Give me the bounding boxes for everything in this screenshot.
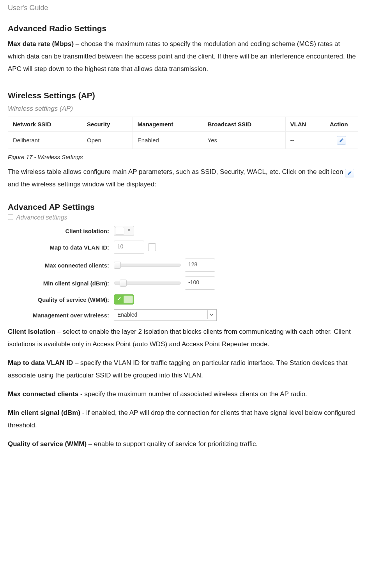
th-broadcast: Broadcast SSID — [203, 117, 285, 132]
th-vlan: VLAN — [285, 117, 325, 132]
select-value: Enabled — [117, 312, 137, 318]
cell-broadcast: Yes — [203, 132, 285, 149]
pencil-icon — [347, 171, 352, 175]
slider-min-signal[interactable] — [114, 282, 181, 285]
def-min-signal: Min client signal (dBm) - if enabled, th… — [8, 407, 358, 432]
section-title-wireless-settings: Wireless Settings (AP) — [8, 91, 358, 100]
term-max-data-rate: Max data rate (Mbps) — [8, 40, 74, 48]
term: Max connected clients — [8, 390, 78, 398]
th-ssid: Network SSID — [8, 117, 82, 132]
cell-management: Enabled — [133, 132, 203, 149]
label-qos: Quality of service (WMM): — [8, 296, 114, 303]
advanced-settings-panel: Advanced settings Client isolation: Map … — [8, 214, 226, 321]
checkbox-vlan-enable[interactable] — [148, 243, 156, 251]
text: The wireless table allows configure main… — [8, 168, 345, 175]
term: Quality of service (WMM) — [8, 440, 87, 448]
def-vlan-id: Map to data VLAN ID – specify the VLAN I… — [8, 357, 358, 382]
panel-label-advanced: Advanced settings — [8, 214, 226, 221]
input-vlan-id[interactable]: 10 — [114, 241, 144, 254]
section-title-advanced-radio: Advanced Radio Settings — [8, 24, 358, 33]
pencil-icon — [339, 138, 344, 143]
select-mgmt-wireless[interactable]: Enabled — [114, 309, 217, 321]
row-client-isolation: Client isolation: — [8, 226, 226, 236]
slider-max-clients[interactable] — [114, 264, 181, 267]
figure-caption: Figure 17 - Wireless Settings — [8, 154, 358, 160]
toggle-qos[interactable] — [114, 294, 134, 305]
cell-action — [325, 132, 358, 149]
panel-label-wireless: Wireless settings (AP) — [8, 105, 358, 113]
edit-button[interactable] — [337, 136, 346, 145]
label-mgmt-wireless: Management over wireless: — [8, 312, 114, 319]
table-row: Deliberant Open Enabled Yes -- — [8, 132, 358, 149]
table-header-row: Network SSID Security Management Broadca… — [8, 117, 358, 132]
th-management: Management — [133, 117, 203, 132]
cell-vlan: -- — [285, 132, 325, 149]
section-title-advanced-ap: Advanced AP Settings — [8, 202, 358, 212]
term: Client isolation — [8, 328, 55, 335]
def-client-isolation: Client isolation – select to enable the … — [8, 326, 358, 351]
row-max-clients: Max connected clients: 128 — [8, 259, 226, 272]
text: – select to enable the layer 2 isolation… — [8, 328, 351, 348]
term: Min client signal (dBm) — [8, 409, 80, 416]
input-min-signal[interactable]: -100 — [185, 276, 215, 290]
text: – enable to support quality of service f… — [87, 440, 258, 448]
label-max-clients: Max connected clients: — [8, 262, 114, 269]
row-vlan-id: Map to data VLAN ID: 10 — [8, 241, 226, 254]
panel-label-text: Advanced settings — [16, 214, 67, 221]
text: - specify the maximum number of associat… — [78, 390, 307, 398]
def-qos: Quality of service (WMM) – enable to sup… — [8, 438, 358, 450]
row-mgmt-wireless: Management over wireless: Enabled — [8, 309, 226, 321]
th-action: Action — [325, 117, 358, 132]
cell-security: Open — [82, 132, 133, 149]
paragraph-max-data-rate: Max data rate (Mbps) – choose the maximu… — [8, 38, 358, 75]
input-max-clients[interactable]: 128 — [185, 259, 215, 272]
wireless-table: Network SSID Security Management Broadca… — [8, 117, 358, 149]
row-min-signal: Min client signal (dBm): -100 — [8, 276, 226, 290]
label-vlan-id: Map to data VLAN ID: — [8, 244, 114, 251]
label-client-isolation: Client isolation: — [8, 228, 114, 234]
label-min-signal: Min client signal (dBm): — [8, 280, 114, 287]
edit-icon-inline — [345, 169, 354, 177]
collapse-icon[interactable] — [8, 214, 13, 220]
term: Map to data VLAN ID — [8, 359, 73, 367]
def-max-clients: Max connected clients - specify the maxi… — [8, 388, 358, 400]
row-qos: Quality of service (WMM): — [8, 294, 226, 305]
text: and the wireless settings window will be… — [8, 181, 156, 188]
toggle-client-isolation[interactable] — [114, 226, 134, 236]
chevron-down-icon — [207, 310, 216, 319]
paragraph-wireless-intro: The wireless table allows configure main… — [8, 166, 358, 191]
cell-ssid: Deliberant — [8, 132, 82, 149]
th-security: Security — [82, 117, 133, 132]
doc-header: User's Guide — [8, 4, 358, 12]
